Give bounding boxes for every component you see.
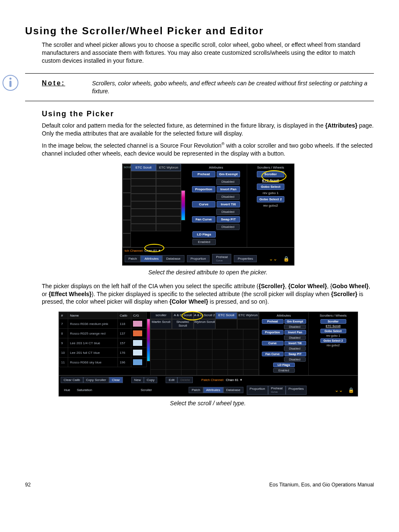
gobo-select-button[interactable]: Gobo Select <box>257 184 284 190</box>
ld-flags-button[interactable]: LD Flags <box>192 231 216 238</box>
table-row[interactable]: 10Lee 201 full CT blue176 <box>59 348 147 358</box>
disabled-label: Disabled <box>216 179 240 185</box>
gm-exempt-button[interactable]: Gm Exempt <box>284 319 306 324</box>
clear-button[interactable]: Clear <box>109 377 123 383</box>
gobo-select2-button[interactable]: Gobo Select 2 <box>320 338 346 343</box>
tab-attributes[interactable]: Attributes <box>203 387 223 393</box>
disabled-label: Disabled <box>284 357 306 362</box>
table-row[interactable]: 8Rosco R025 orange red137 <box>59 329 147 338</box>
disabled-label: Disabled <box>216 224 240 230</box>
highlight-circle-icon <box>261 170 286 182</box>
attributes-header: Attributes <box>261 313 307 319</box>
curve-button[interactable]: Curve <box>262 341 284 345</box>
copy-scroller-button[interactable]: Copy Scroller <box>83 377 109 383</box>
note-text: Scrollers, color wheels, gobo wheels, an… <box>92 79 374 95</box>
page-number: 92 <box>25 482 31 488</box>
invert-pan-button[interactable]: Invert Pan <box>284 330 306 335</box>
figure-picker-screenshot: # Name Calib C/G 7Rosco R036 medium pink… <box>59 312 357 396</box>
table-row[interactable]: 9Lee 203 1/4 CT blue157 <box>59 338 147 348</box>
figure2-caption: Select the scroll / wheel type. <box>42 400 374 407</box>
tab-database[interactable]: Database <box>223 387 243 393</box>
table-row[interactable]: 7Rosco R036 medium pink118 <box>59 319 147 329</box>
gobo-select-button[interactable]: Gobo Select <box>320 329 346 333</box>
scroll-type-tab[interactable]: Martin Scroll <box>150 319 172 329</box>
patch-channel-value: Chan 61 ✦ <box>224 378 242 382</box>
picker-paragraph-1: Default color and pattern media for the … <box>42 122 374 138</box>
invert-pan-button[interactable]: Invert Pan <box>217 186 240 192</box>
table-row[interactable]: 11Rosco R068 sky blue196 <box>59 358 147 367</box>
proportion-button[interactable]: Proportion <box>192 186 215 192</box>
disabled-label: Disabled <box>284 346 306 351</box>
ld-flags-button[interactable]: LD Flags <box>273 363 295 367</box>
preheat-button[interactable]: Preheat <box>192 171 215 177</box>
proportion-button[interactable]: Proportion <box>262 330 284 335</box>
swap-pt-button[interactable]: Swap P/T <box>284 352 306 356</box>
picker-paragraph-2: In the image below, the selected channel… <box>42 141 374 157</box>
copy-button[interactable]: Copy <box>144 377 158 383</box>
scroll-table: # Name Calib C/G 7Rosco R036 medium pink… <box>59 312 147 367</box>
svg-point-1 <box>10 77 12 79</box>
scroll-type-tab[interactable]: scroller <box>150 312 172 319</box>
tab-proportion[interactable]: Proportion <box>247 386 268 395</box>
tab-preheat[interactable]: PreheatCurve <box>268 386 286 395</box>
scroller-label-bottom: Scroller <box>137 388 155 392</box>
scroll-type-tab[interactable]: Wybron Scroll <box>194 319 215 329</box>
tab-properties[interactable]: Properties <box>234 255 256 262</box>
fan-curve-button[interactable]: Fan Curve <box>262 352 284 356</box>
rev-gobo1-value: rev gobo 1 <box>310 334 356 337</box>
etc-wybron-tab[interactable]: ETC Wybron <box>156 164 181 171</box>
tab-proportion[interactable]: Proportion <box>187 255 210 262</box>
figure1-caption: Select the desired attribute to open the… <box>42 269 374 276</box>
footer-title: Eos Titanium, Eos, and Gio Operations Ma… <box>269 482 374 488</box>
delete-button[interactable]: Delete <box>177 377 193 383</box>
col-number: # <box>59 312 68 319</box>
note-label: Note: <box>42 79 92 87</box>
invert-tilt-button[interactable]: Invert Tilt <box>284 341 306 345</box>
preheat-button[interactable]: Preheat <box>262 319 284 324</box>
tab-database[interactable]: Database <box>162 255 184 262</box>
clear-calib-button[interactable]: Clear Calib <box>61 377 83 383</box>
swap-pt-button[interactable]: Swap P/T <box>217 216 240 223</box>
figure-attributes-screenshot: scroll ETC Scroll ETC Wybron <box>122 164 294 266</box>
gobo-select2-button[interactable]: Gobo Select 2 <box>257 196 284 202</box>
disabled-label: Disabled <box>216 209 240 215</box>
picker-paragraph-3: The picker displays on the left half of … <box>42 282 374 306</box>
scroll-type-tab[interactable]: ETC Scroll <box>215 312 237 319</box>
lock-icon[interactable]: 🔒 <box>348 387 354 393</box>
attributes-header: Attributes <box>188 166 244 171</box>
scroll-type-tab[interactable]: ETC Wybron <box>237 312 259 319</box>
highlight-circle-icon <box>144 244 164 252</box>
enabled-label: Enabled <box>273 368 295 373</box>
tab-patch[interactable]: Patch <box>125 255 141 262</box>
col-calib: Calib <box>118 312 131 319</box>
info-icon <box>2 74 19 92</box>
chevron-down-icon[interactable]: ⌄⌄ <box>335 387 343 393</box>
fan-curve-button[interactable]: Fan Curve <box>192 216 215 223</box>
tab-patch[interactable]: Patch <box>189 387 203 393</box>
etc-scroll-tab[interactable]: ETC Scroll <box>131 164 156 171</box>
invert-tilt-button[interactable]: Invert Tilt <box>217 201 240 207</box>
tab-properties[interactable]: Properties <box>286 386 307 395</box>
edit-button[interactable]: Edit <box>166 377 177 383</box>
lock-icon[interactable]: 🔒 <box>283 256 289 262</box>
disabled-label: Disabled <box>284 325 306 329</box>
new-button[interactable]: New <box>131 377 144 383</box>
patch-channel-label: Patch Channel: <box>201 378 224 382</box>
tab-attributes[interactable]: Attributes <box>141 255 162 262</box>
tab-preheat[interactable]: PreheatCurve <box>212 254 231 264</box>
chevron-down-icon[interactable]: ⌄⌄ <box>269 256 277 262</box>
page-title: Using the Scroller/Wheel Picker and Edit… <box>25 25 374 37</box>
grid-area[interactable] <box>150 329 259 375</box>
scroller-button[interactable]: Scroller <box>320 319 346 324</box>
rev-gobo2-value: rev gobo2 <box>310 344 356 347</box>
scroll-label: scroll <box>123 164 131 179</box>
etc-scroll-value: ETC Scroll <box>310 325 356 327</box>
disabled-label: Disabled <box>284 335 306 340</box>
gm-exempt-button[interactable]: Gm Exempt <box>217 171 240 177</box>
scrollers-wheels-header: Scrollers / Wheels <box>310 313 356 319</box>
rev-gobo1-value: rev gobo 1 <box>263 191 279 195</box>
curve-button[interactable]: Curve <box>192 201 215 207</box>
note-block: Note: Scrollers, color wheels, gobo whee… <box>25 73 374 102</box>
scroll-type-tab[interactable]: Showtec Scroll <box>172 319 194 329</box>
gradient-strip-icon <box>181 190 185 220</box>
